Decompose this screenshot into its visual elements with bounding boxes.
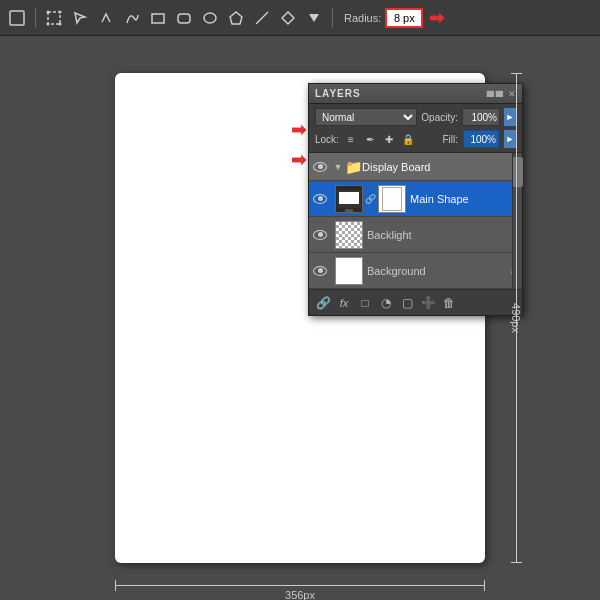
- white-rect-shape: [382, 187, 402, 211]
- svg-point-3: [59, 10, 62, 13]
- radius-label: Radius:: [344, 12, 381, 24]
- mask-btn[interactable]: □: [357, 295, 373, 311]
- canvas-area: LAYERS ⯀⯀ ✕ Normal Opacity: [0, 36, 600, 600]
- layer-expand-display-board[interactable]: ▼: [331, 162, 345, 172]
- svg-rect-6: [152, 14, 164, 23]
- fill-label: Fill:: [442, 134, 458, 145]
- monitor-screen: [339, 192, 359, 204]
- layers-controls: Normal Opacity: ► Lock: ≡ ✒ ✚ 🔒: [309, 104, 522, 153]
- lock-position-btn[interactable]: ≡: [344, 132, 358, 146]
- svg-point-8: [204, 13, 216, 23]
- svg-line-10: [256, 12, 268, 24]
- layers-titlebar[interactable]: LAYERS ⯀⯀ ✕: [309, 84, 522, 104]
- blend-mode-select[interactable]: Normal: [315, 108, 417, 126]
- blend-opacity-row: Normal Opacity: ►: [315, 108, 516, 126]
- eye-icon-display-board: [313, 162, 327, 172]
- svg-rect-1: [48, 12, 60, 24]
- select-shape-icon[interactable]: [69, 7, 91, 29]
- svg-rect-7: [178, 14, 190, 23]
- fx-btn[interactable]: fx: [336, 295, 352, 311]
- dimension-height: 490px: [495, 73, 535, 563]
- lock-all-btn[interactable]: 🔒: [401, 132, 415, 146]
- link-icon: 🔗: [365, 194, 376, 204]
- shape-dropdown-icon[interactable]: [303, 7, 325, 29]
- layer-vis-background[interactable]: [309, 253, 331, 288]
- layer-name-background: Background: [367, 265, 511, 277]
- layers-list: ▼ 📁 Display Board: [309, 153, 522, 289]
- pen-tool-icon[interactable]: [95, 7, 117, 29]
- layer-row-main-shape[interactable]: 🔗 Main Shape: [309, 181, 522, 217]
- svg-point-4: [47, 22, 50, 25]
- fill-input[interactable]: [463, 130, 499, 148]
- opacity-label: Opacity:: [421, 112, 458, 123]
- folder-icon-display-board: 📁: [345, 159, 362, 175]
- transform-icon[interactable]: [43, 7, 65, 29]
- canvas-document-wrapper: LAYERS ⯀⯀ ✕ Normal Opacity: [115, 73, 485, 563]
- layer-vis-display-board[interactable]: [309, 153, 331, 180]
- canvas-document: LAYERS ⯀⯀ ✕ Normal Opacity: [115, 73, 485, 563]
- layer-thumb-backlight: [335, 221, 363, 249]
- layer-thumb-background: [335, 257, 363, 285]
- lock-label: Lock:: [315, 134, 339, 145]
- layer-thumbs-backlight: [335, 221, 363, 249]
- layers-panel-title: LAYERS: [315, 88, 361, 99]
- main-area: LAYERS ⯀⯀ ✕ Normal Opacity: [0, 36, 600, 600]
- lock-brush-btn[interactable]: ✒: [363, 132, 377, 146]
- layer-thumb-monitor: [335, 185, 363, 213]
- svg-marker-9: [230, 12, 242, 24]
- monitor-icon: [337, 190, 361, 208]
- layer-row-background[interactable]: Background fx: [309, 253, 522, 289]
- toolbar-separator-2: [332, 8, 333, 28]
- eye-icon-backlight: [313, 230, 327, 240]
- layer-thumb-shape: [378, 185, 406, 213]
- layers-panel: LAYERS ⯀⯀ ✕ Normal Opacity: [308, 83, 523, 316]
- delete-layer-btn[interactable]: 🗑: [441, 295, 457, 311]
- svg-point-2: [47, 10, 50, 13]
- svg-rect-0: [10, 11, 24, 25]
- layers-footer: 🔗 fx □ ◔ ▢ ➕ 🗑: [309, 289, 522, 315]
- rounded-rect-icon[interactable]: [173, 7, 195, 29]
- new-layer-btn[interactable]: ➕: [420, 295, 436, 311]
- line-tool-icon[interactable]: [251, 7, 273, 29]
- eye-icon-main-shape: [313, 194, 327, 204]
- layer-vis-main-shape[interactable]: [309, 181, 331, 216]
- adjustment-btn[interactable]: ◔: [378, 295, 394, 311]
- svg-marker-11: [309, 14, 319, 22]
- dimension-width: 356px: [115, 571, 485, 600]
- toolbar-separator-1: [35, 8, 36, 28]
- polygon-icon[interactable]: [225, 7, 247, 29]
- group-btn[interactable]: ▢: [399, 295, 415, 311]
- layer-vis-backlight[interactable]: [309, 217, 331, 252]
- lock-fill-row: Lock: ≡ ✒ ✚ 🔒 Fill: ►: [315, 130, 516, 148]
- radius-input[interactable]: [385, 8, 423, 28]
- width-dimension-label: 356px: [281, 589, 319, 600]
- svg-point-5: [59, 22, 62, 25]
- lock-move-btn[interactable]: ✚: [382, 132, 396, 146]
- custom-shape-icon[interactable]: [277, 7, 299, 29]
- toolbar: Radius: ➡: [0, 0, 600, 36]
- rect-tool-icon[interactable]: [147, 7, 169, 29]
- layer-row-backlight[interactable]: Backlight: [309, 217, 522, 253]
- layer-row-display-board[interactable]: ▼ 📁 Display Board: [309, 153, 522, 181]
- red-indicator-arrow-2: ➡: [291, 151, 306, 169]
- freeform-icon[interactable]: [121, 7, 143, 29]
- link-layers-btn[interactable]: 🔗: [315, 295, 331, 311]
- height-dimension-label: 490px: [510, 303, 522, 333]
- layer-thumbs-main-shape: 🔗: [335, 185, 406, 213]
- selection-tool-icon[interactable]: [6, 7, 28, 29]
- radius-arrow-icon: ➡: [429, 7, 444, 29]
- layer-thumbs-background: [335, 257, 363, 285]
- eye-icon-background: [313, 266, 327, 276]
- ellipse-icon[interactable]: [199, 7, 221, 29]
- red-indicator-arrow-1: ➡: [291, 121, 306, 139]
